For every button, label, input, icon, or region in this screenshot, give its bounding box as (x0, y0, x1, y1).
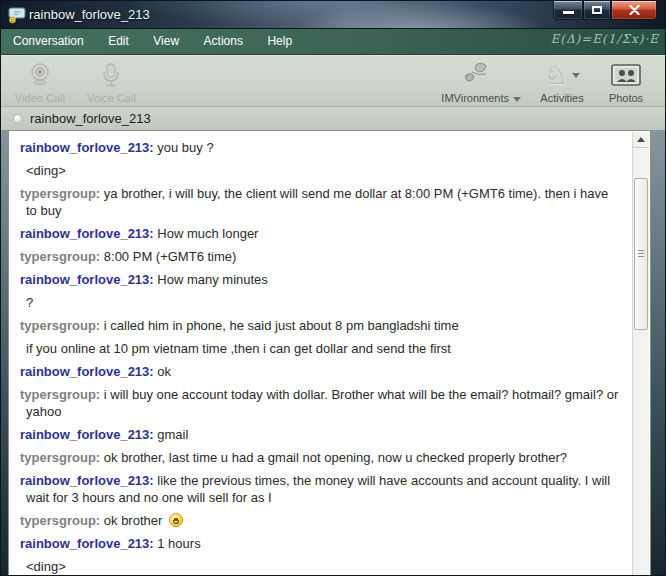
chat-message: typersgroup: i called him in phone, he s… (20, 317, 620, 334)
chat-message: rainbow_forlove_213: you buy ? (20, 139, 620, 156)
window-controls (553, 1, 657, 20)
message-sender: rainbow_forlove_213: (20, 226, 157, 241)
message-sender: typersgroup: (20, 450, 104, 465)
presence-status-icon (13, 114, 23, 124)
scrollbar-thumb[interactable] (634, 178, 648, 330)
message-text: you buy ? (157, 140, 213, 155)
chat-message: typersgroup: ok brother, last time u had… (20, 449, 620, 466)
call-button-group: Video Call Voice Call (15, 60, 136, 104)
message-text: How much longer (157, 226, 258, 241)
message-text: ? (26, 295, 33, 310)
photos-button[interactable]: Photos (603, 60, 649, 104)
maximize-button[interactable] (583, 1, 611, 20)
message-sender: typersgroup: (20, 186, 104, 201)
message-text: <ding> (26, 163, 66, 178)
chat-message: typersgroup: i will buy one account toda… (20, 386, 620, 420)
message-sender: rainbow_forlove_213: (20, 272, 157, 287)
chat-message: if you online at 10 pm vietnam time ,the… (20, 340, 620, 357)
activities-button[interactable]: ♘ Activities (539, 60, 585, 104)
message-sender: typersgroup: (20, 513, 104, 528)
chat-frame: rainbow_forlove_213: you buy ? <ding> ty… (8, 130, 651, 575)
message-text: 1 hours (157, 536, 200, 551)
chat-message: <ding> (20, 162, 620, 179)
webcam-icon (27, 60, 53, 90)
chat-message: <ding> (20, 558, 620, 575)
message-sender: rainbow_forlove_213: (20, 364, 157, 379)
chat-message: rainbow_forlove_213: gmail (20, 426, 620, 443)
chat-message: typersgroup: ya brother, i will buy, the… (20, 185, 620, 219)
message-text: i called him in phone, he said just abou… (104, 318, 459, 333)
message-sender: typersgroup: (20, 249, 104, 264)
chat-message: rainbow_forlove_213: like the previous t… (20, 472, 620, 506)
close-button[interactable] (611, 1, 657, 20)
scroll-up-button[interactable] (633, 132, 649, 148)
minimize-icon (563, 11, 574, 14)
message-text: 8:00 PM (+GMT6 time) (104, 249, 237, 264)
imvironments-label: IMVironments (441, 92, 521, 104)
close-icon (629, 5, 640, 15)
voice-call-label: Voice Call (87, 92, 136, 104)
messenger-window: rainbow_forlove_213 Conversation Edit Vi… (0, 0, 666, 576)
message-sender: typersgroup: (20, 318, 104, 333)
chat-message: ? (20, 294, 620, 311)
chat-message: rainbow_forlove_213: How many minutes (20, 271, 620, 288)
title-bar[interactable]: rainbow_forlove_213 (1, 1, 665, 29)
chat-message: typersgroup: 8:00 PM (+GMT6 time) (20, 248, 620, 265)
photos-icon (611, 60, 641, 90)
chat-message: typersgroup: ok brother (20, 512, 620, 529)
message-text: <ding> (26, 559, 66, 574)
chat-message: rainbow_forlove_213: 1 hours (20, 535, 620, 552)
minimize-button[interactable] (553, 1, 583, 20)
message-sender: typersgroup: (20, 387, 104, 402)
participant-name: rainbow_forlove_213 (30, 111, 151, 126)
chat-message: rainbow_forlove_213: How much longer (20, 225, 620, 242)
menu-actions[interactable]: Actions (194, 29, 253, 48)
window-title: rainbow_forlove_213 (29, 7, 150, 22)
menu-conversation[interactable]: Conversation (1, 29, 94, 48)
chevron-down-icon (513, 97, 521, 102)
voice-call-button[interactable]: Voice Call (87, 60, 136, 104)
imvironments-button[interactable]: IMVironments (441, 60, 521, 104)
menu-edit[interactable]: Edit (98, 29, 139, 48)
maximize-icon (592, 6, 602, 14)
chat-message: rainbow_forlove_213: ok (20, 363, 620, 380)
messenger-app-icon (8, 6, 26, 24)
thumb-grip (638, 250, 644, 258)
participant-row: rainbow_forlove_213 (1, 107, 665, 130)
chat-log[interactable]: rainbow_forlove_213: you buy ? <ding> ty… (10, 132, 632, 575)
microphone-icon (99, 60, 123, 90)
extras-button-group: IMVironments ♘ Activities Photos (441, 60, 649, 104)
menu-view[interactable]: View (143, 29, 189, 48)
photos-label: Photos (609, 92, 643, 104)
chalkboard-formula: E(Δ)=E(1/Σx)·E (551, 32, 659, 46)
message-text: ok brother, last time u had a gmail not … (104, 450, 567, 465)
message-text: gmail (157, 427, 188, 442)
message-text: ya brother, i will buy, the client will … (26, 186, 608, 218)
message-text: if you online at 10 pm vietnam time ,the… (26, 341, 451, 356)
video-call-button[interactable]: Video Call (15, 60, 65, 104)
message-text: ok (157, 364, 171, 379)
message-text: ok brother (104, 513, 163, 528)
message-sender: rainbow_forlove_213: (20, 427, 157, 442)
vertical-scrollbar[interactable] (632, 132, 649, 575)
chess-knight-icon: ♘ (544, 60, 579, 90)
up-arrow-icon (637, 137, 645, 142)
menu-bar: Conversation Edit View Actions Help E(Δ)… (1, 29, 665, 55)
message-sender: rainbow_forlove_213: (20, 140, 157, 155)
toolbar: Video Call Voice Call (1, 55, 665, 107)
message-text: i will buy one account today with dollar… (26, 387, 618, 419)
activities-label: Activities (540, 92, 583, 104)
message-sender: rainbow_forlove_213: (20, 536, 157, 551)
video-call-label: Video Call (15, 92, 65, 104)
message-text: How many minutes (157, 272, 268, 287)
menu-help[interactable]: Help (257, 29, 302, 48)
ivy-leaves-icon (462, 60, 500, 90)
smiley-emoticon (169, 513, 183, 527)
chevron-down-icon (572, 73, 580, 78)
message-sender: rainbow_forlove_213: (20, 473, 157, 488)
